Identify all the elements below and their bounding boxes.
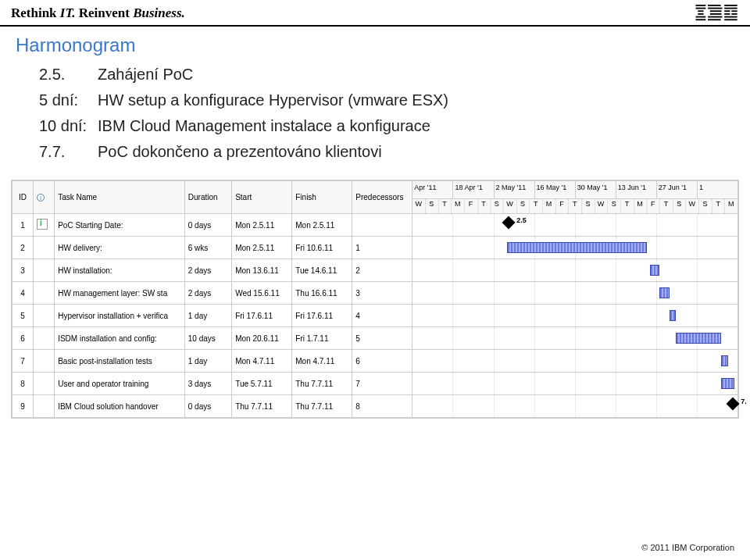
cell-task-name: HW management layer: SW sta: [55, 282, 185, 305]
slogan-word-1: Rethink: [11, 5, 57, 20]
svg-rect-19: [724, 19, 738, 20]
gantt-bar: [721, 355, 727, 366]
bullet-text: IBM Cloud Management instalace a konfigu…: [98, 117, 727, 135]
cell-duration: 0 days: [184, 395, 231, 418]
timeline-day-label: S: [607, 199, 620, 213]
timeline-day-label: F: [646, 199, 659, 213]
slogan-word-2: IT.: [60, 5, 76, 20]
slogan: Rethink IT. Reinvent Business.: [11, 5, 185, 21]
cell-indicator: [34, 214, 55, 237]
bullet-row: 5 dní: HW setup a konfigurace Hypervisor…: [39, 91, 727, 109]
svg-rect-4: [696, 16, 706, 18]
cell-id: 2: [12, 237, 34, 259]
table-row: 4HW management layer: SW sta2 daysWed 15…: [12, 282, 738, 305]
cell-task-name: HW installation:: [55, 259, 185, 282]
timeline-day-label: S: [581, 199, 595, 213]
cell-start: Mon 2.5.11: [232, 214, 292, 237]
cell-start: Mon 4.7.11: [232, 350, 292, 373]
ibm-logo-icon: [695, 5, 739, 22]
cell-task-name: Hypervisor installation + verifica: [55, 305, 185, 327]
gantt-chart: ID i Task Name Duration Start Finish Pre…: [11, 180, 739, 419]
timeline-day-label: M: [724, 199, 738, 213]
cell-predecessors: 8: [352, 395, 412, 418]
cell-finish: Fri 17.6.11: [292, 305, 352, 327]
timeline-day-label: S: [698, 199, 712, 213]
svg-rect-7: [708, 8, 722, 9]
bullet-text: HW setup a konfigurace Hypervisor (vmwar…: [98, 91, 727, 109]
svg-rect-14: [724, 10, 730, 12]
timeline-day-label: S: [673, 199, 686, 213]
calendar-icon: [37, 219, 48, 230]
cell-predecessors: 5: [352, 327, 412, 350]
timeline-month-label: 16 May '1: [534, 181, 575, 198]
svg-rect-6: [708, 5, 721, 6]
timeline-month-label: 1: [697, 181, 738, 198]
table-row: 3HW installation:2 daysMon 13.6.11Tue 14…: [12, 259, 738, 282]
timeline-day-label: M: [634, 199, 647, 213]
info-icon: i: [37, 194, 45, 202]
bullet-list: 2.5. Zahájení PoC 5 dní: HW setup a konf…: [0, 59, 750, 180]
bar-area: [412, 327, 738, 349]
col-duration: Duration: [184, 181, 231, 214]
cell-predecessors: [352, 214, 412, 237]
cell-finish: Fri 1.7.11: [292, 327, 352, 350]
col-start: Start: [232, 181, 292, 214]
cell-duration: 10 days: [184, 327, 231, 350]
bullet-label: 2.5.: [39, 66, 98, 84]
timeline-month-label: 30 May '1: [575, 181, 616, 198]
bullet-text: Zahájení PoC: [98, 66, 727, 84]
svg-rect-2: [698, 10, 703, 12]
cell-finish: Mon 2.5.11: [292, 214, 352, 237]
cell-id: 9: [12, 395, 34, 418]
cell-chart: [412, 237, 738, 259]
timeline-day-label: W: [685, 199, 698, 213]
cell-duration: 1 day: [184, 350, 231, 373]
timeline-day-label: T: [529, 199, 542, 213]
timeline-day-label: W: [503, 199, 516, 213]
timeline-month-label: 2 May '11: [494, 181, 534, 198]
col-id: ID: [12, 181, 34, 214]
table-row: 1PoC Starting Date:0 daysMon 2.5.11Mon 2…: [12, 214, 738, 237]
cell-predecessors: 4: [352, 305, 412, 327]
table-row: 9IBM Cloud solution handover0 daysThu 7.…: [12, 395, 738, 418]
cell-duration: 2 days: [184, 259, 231, 282]
bar-area: 7.: [412, 395, 738, 417]
svg-rect-11: [708, 19, 721, 20]
timeline-day-label: T: [659, 199, 673, 213]
gantt-bar: [659, 287, 669, 298]
cell-duration: 2 days: [184, 282, 231, 305]
gantt-bar: [721, 378, 734, 389]
cell-finish: Thu 7.7.11: [292, 373, 352, 395]
svg-rect-10: [708, 16, 722, 18]
cell-id: 8: [12, 373, 34, 395]
slogan-word-4: Business.: [133, 5, 185, 20]
cell-id: 1: [12, 214, 34, 237]
bullet-label: 5 dní:: [39, 91, 98, 109]
gantt-bar: [676, 333, 721, 344]
svg-rect-16: [724, 13, 730, 15]
cell-start: Tue 5.7.11: [232, 373, 292, 395]
timeline-month-label: 18 Apr '1: [452, 181, 493, 198]
cell-predecessors: 7: [352, 373, 412, 395]
bar-area: [412, 350, 738, 372]
cell-id: 3: [12, 259, 34, 282]
cell-id: 4: [12, 282, 34, 305]
timeline-day-label: T: [477, 199, 491, 213]
cell-start: Mon 20.6.11: [232, 327, 292, 350]
cell-chart: [412, 259, 738, 282]
bar-area: [412, 282, 738, 304]
cell-indicator: [34, 259, 55, 282]
cell-duration: 0 days: [184, 214, 231, 237]
timeline-month-label: 27 Jun '1: [656, 181, 697, 198]
svg-rect-18: [724, 16, 738, 18]
svg-rect-0: [696, 5, 706, 6]
timeline-day-label: T: [620, 199, 634, 213]
slogan-word-3: Reinvent: [79, 5, 130, 20]
cell-predecessors: 3: [352, 282, 412, 305]
cell-task-name: Basic post-installation tests: [55, 350, 185, 373]
top-bar: Rethink IT. Reinvent Business.: [0, 0, 750, 27]
cell-start: Thu 7.7.11: [232, 395, 292, 418]
cell-start: Fri 17.6.11: [232, 305, 292, 327]
gantt-bar: [507, 242, 647, 253]
table-row: 2HW delivery:6 wksMon 2.5.11Fri 10.6.111: [12, 237, 738, 259]
